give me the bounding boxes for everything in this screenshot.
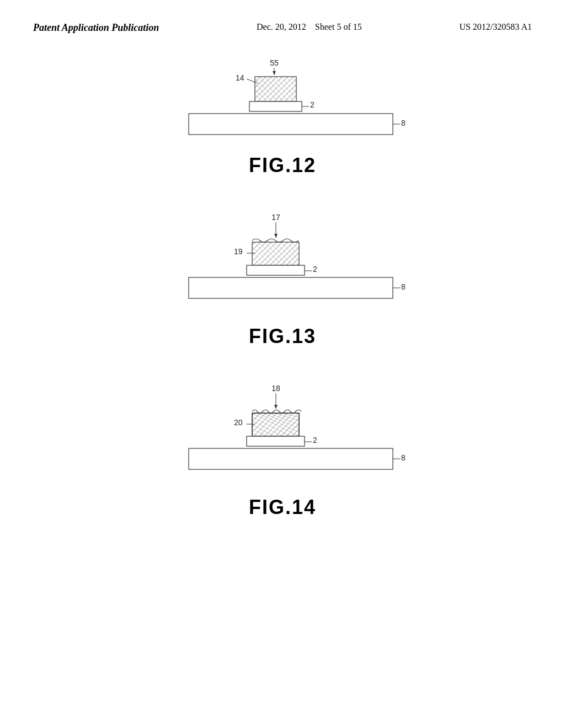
fig14-label-2: 2 xyxy=(313,436,317,445)
fig14-label-8: 8 xyxy=(401,453,406,462)
fig12-label-8: 8 xyxy=(401,119,406,127)
figure-12-container: 55 14 2 8 FIG.12 xyxy=(33,56,532,177)
fig13-label-8: 8 xyxy=(401,282,406,291)
svg-marker-21 xyxy=(274,405,278,409)
fig14-label-20: 20 xyxy=(234,418,243,427)
svg-marker-7 xyxy=(273,71,276,75)
fig13-pedestal xyxy=(247,265,305,275)
fig14-wavy-surface xyxy=(252,410,301,413)
fig14-pedestal xyxy=(247,436,305,446)
fig14-diagram: 18 20 xyxy=(139,381,426,486)
fig12-pedestal xyxy=(249,101,302,111)
figure-13-container: 17 19 2 8 FIG.13 xyxy=(33,210,532,348)
fig13-component-19-overlay xyxy=(252,242,299,265)
fig12-base xyxy=(189,114,393,135)
fig13-wavy-surface xyxy=(252,239,299,242)
svg-marker-14 xyxy=(274,234,278,238)
fig13-label: FIG.13 xyxy=(249,325,316,348)
fig13-label-19: 19 xyxy=(234,247,243,256)
fig14-label-18: 18 xyxy=(271,384,280,393)
fig12-diagram: 55 14 2 8 xyxy=(139,56,426,144)
page-header: Patent Application Publication Dec. 20, … xyxy=(0,0,565,45)
fig12-label-2: 2 xyxy=(310,100,315,109)
page-content: 55 14 2 8 FIG.12 xyxy=(0,45,565,530)
fig13-label-17: 17 xyxy=(271,213,280,222)
fig13-label-2: 2 xyxy=(313,265,317,274)
fig12-label-55: 55 xyxy=(270,58,279,67)
header-sheet: Sheet 5 of 15 xyxy=(315,22,362,31)
fig12-component-55-overlay xyxy=(255,77,296,101)
header-date: Dec. 20, 2012 xyxy=(257,22,306,31)
fig13-diagram: 17 19 2 8 xyxy=(139,210,426,315)
fig13-base xyxy=(189,277,393,298)
figure-14-container: 18 20 xyxy=(33,381,532,519)
header-publication-type: Patent Application Publication xyxy=(33,22,159,34)
fig12-label: FIG.12 xyxy=(249,154,316,177)
fig14-base xyxy=(189,448,393,469)
fig12-label-14: 14 xyxy=(236,73,244,82)
fig14-label: FIG.14 xyxy=(249,496,316,519)
header-patent-number: US 2012/320583 A1 xyxy=(459,22,532,32)
header-date-sheet: Dec. 20, 2012 Sheet 5 of 15 xyxy=(257,22,362,32)
